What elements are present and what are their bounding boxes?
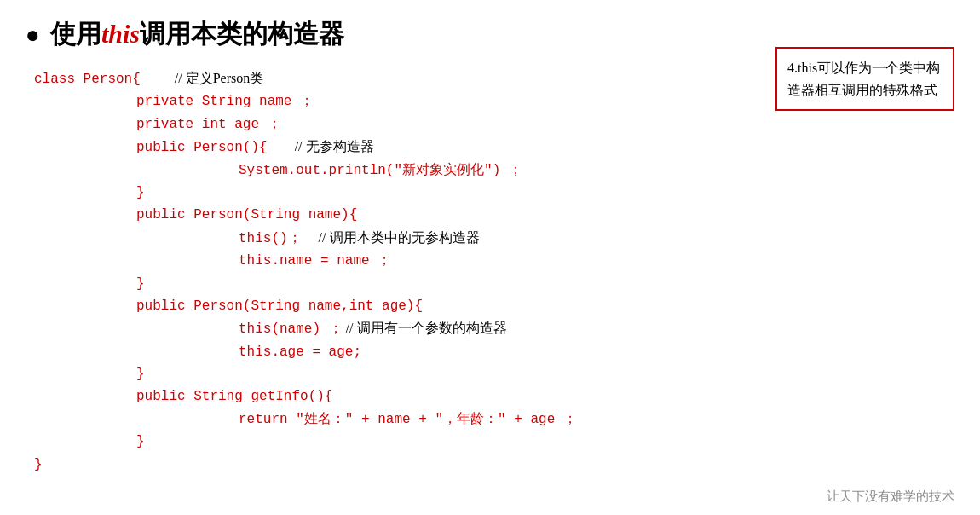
title-keyword: this	[101, 20, 140, 48]
code-text: return "姓名：" + name + "，年龄：" + age ；	[239, 408, 577, 431]
code-comment: // 定义Person类	[141, 67, 263, 90]
code-text: }	[136, 431, 145, 453]
code-text: }	[136, 273, 145, 295]
code-text: this.age = age;	[239, 341, 361, 363]
code-text: }	[136, 363, 145, 385]
side-note-box: 4.this可以作为一个类中构造器相互调用的特殊格式	[775, 47, 954, 111]
code-line-4: public Person(){ // 无参构造器	[136, 136, 954, 159]
code-line-13: this.age = age;	[239, 341, 954, 363]
bullet-icon: ●	[26, 23, 40, 47]
code-line-12: this(name) ； // 调用有一个参数的构造器	[239, 317, 954, 340]
code-text: System.out.println("新对象实例化") ；	[239, 159, 522, 182]
page-container: ● 使用this调用本类的构造器 4.this可以作为一个类中构造器相互调用的特…	[0, 0, 980, 515]
code-line-5: System.out.println("新对象实例化") ；	[239, 159, 954, 182]
code-comment: // 无参构造器	[268, 136, 374, 158]
code-line-10: }	[136, 273, 954, 295]
code-text: public String getInfo(){	[136, 385, 332, 408]
code-line-6: }	[136, 182, 954, 204]
side-note-text: 4.this可以作为一个类中构造器相互调用的特殊格式	[787, 61, 940, 97]
code-line-7: public Person(String name){	[136, 204, 954, 226]
watermark: 让天下没有难学的技术	[827, 489, 954, 505]
code-line-18: }	[34, 454, 954, 476]
title-suffix: 调用本类的构造器	[140, 20, 344, 48]
code-text: public Person(String name,int age){	[136, 295, 423, 317]
code-text: }	[34, 454, 43, 476]
code-text: class Person{	[34, 68, 141, 90]
code-line-8: this()； // 调用本类中的无参构造器	[239, 227, 954, 250]
code-text: }	[136, 182, 145, 204]
code-text: this(name) ；	[239, 318, 343, 340]
code-line-3: private int age ；	[136, 113, 954, 136]
code-text: this.name = name ；	[239, 250, 391, 272]
code-comment: // 调用本类中的无参构造器	[302, 227, 480, 249]
title-prefix: 使用	[50, 20, 101, 48]
code-line-17: }	[136, 431, 954, 453]
code-text: private String name ；	[136, 90, 314, 113]
code-text: this()；	[239, 228, 302, 250]
code-line-14: }	[136, 363, 954, 385]
code-line-9: this.name = name ；	[239, 250, 954, 272]
code-text: public Person(String name){	[136, 204, 357, 226]
page-title: 使用this调用本类的构造器	[50, 17, 344, 52]
code-line-16: return "姓名：" + name + "，年龄：" + age ；	[239, 408, 954, 431]
code-text: private int age ；	[136, 113, 281, 136]
code-line-15: public String getInfo(){	[136, 385, 954, 408]
code-line-11: public Person(String name,int age){	[136, 295, 954, 317]
code-comment: // 调用有一个参数的构造器	[343, 317, 507, 339]
code-block: class Person{ // 定义Person类 private Strin…	[26, 67, 954, 476]
code-text: public Person(){	[136, 136, 268, 159]
